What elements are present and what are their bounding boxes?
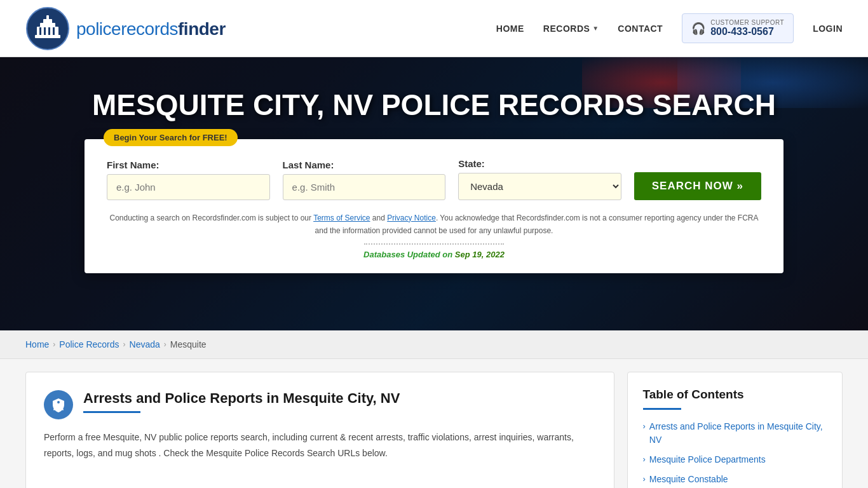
breadcrumb-home[interactable]: Home	[25, 339, 49, 349]
db-updated-date: Sep 19, 2022	[455, 250, 505, 259]
toc-item-2: › Mesquite Police Departments	[643, 453, 827, 466]
state-select[interactable]: Nevada	[458, 173, 621, 200]
search-button[interactable]: SEARCH NOW »	[634, 172, 761, 200]
toc-arrow-1: ›	[643, 421, 646, 431]
nav: HOME RECORDS ▼ CONTACT 🎧 CUSTOMER SUPPOR…	[496, 13, 843, 43]
hero-content: MESQUITE CITY, NV POLICE RECORDS SEARCH …	[69, 89, 799, 273]
toc-arrow-3: ›	[643, 474, 646, 484]
svg-rect-8	[48, 27, 50, 35]
content-title-wrap: Arrests and Police Reports in Mesquite C…	[83, 390, 400, 413]
db-updated-prefix: Databases Updated on	[363, 250, 452, 259]
free-badge: Begin Your Search for FREE!	[104, 129, 238, 146]
first-name-input[interactable]	[107, 174, 270, 200]
logo-text: policerecordsfinder	[76, 18, 226, 39]
toc-arrow-2: ›	[643, 454, 646, 464]
content-header: Arrests and Police Reports in Mesquite C…	[44, 390, 596, 419]
breadcrumb-sep-3: ›	[164, 340, 166, 349]
headset-icon: 🎧	[691, 22, 705, 36]
content-title: Arrests and Police Reports in Mesquite C…	[83, 390, 400, 407]
last-name-label: Last Name:	[283, 159, 446, 170]
privacy-link[interactable]: Privacy Notice	[387, 214, 436, 222]
records-chevron-icon: ▼	[592, 25, 599, 32]
breadcrumb-police-records[interactable]: Police Records	[59, 339, 119, 349]
svg-rect-7	[44, 27, 46, 35]
toc-item-1: › Arrests and Police Reports in Mesquite…	[643, 420, 827, 447]
svg-rect-5	[46, 15, 49, 20]
sidebar-title: Table of Contents	[643, 388, 827, 402]
header: policerecordsfinder HOME RECORDS ▼ CONTA…	[0, 0, 868, 57]
nav-records-wrap[interactable]: RECORDS ▼	[543, 24, 599, 34]
state-group: State: Nevada	[458, 158, 621, 200]
nav-home[interactable]: HOME	[496, 24, 524, 34]
nav-contact[interactable]: CONTACT	[618, 24, 663, 34]
content-card: Arrests and Police Reports in Mesquite C…	[25, 372, 614, 488]
search-form-row: First Name: Last Name: State: Nevada SEA…	[107, 158, 761, 200]
customer-support[interactable]: 🎧 CUSTOMER SUPPORT 800-433-0567	[682, 13, 794, 43]
first-name-label: First Name:	[107, 159, 270, 170]
logo-area: policerecordsfinder	[25, 6, 226, 51]
db-updated: Databases Updated on Sep 19, 2022	[107, 250, 761, 259]
state-label: State:	[458, 158, 621, 169]
toc-link-2[interactable]: Mesquite Police Departments	[649, 453, 766, 466]
content-body: Perform a free Mesquite, NV public polic…	[44, 430, 596, 461]
sidebar-underline	[643, 408, 681, 410]
nav-login[interactable]: LOGIN	[813, 24, 843, 34]
toc-item-3: › Mesquite Constable	[643, 473, 827, 486]
shield-badge-icon	[51, 397, 66, 412]
title-underline	[83, 411, 140, 413]
toc-link-1[interactable]: Arrests and Police Reports in Mesquite C…	[649, 420, 827, 447]
breadcrumb-current: Mesquite	[170, 339, 207, 349]
last-name-group: Last Name:	[283, 159, 446, 200]
breadcrumb-sep-1: ›	[53, 340, 55, 349]
last-name-input[interactable]	[283, 174, 446, 200]
terms-link[interactable]: Terms of Service	[313, 214, 370, 222]
disclaimer-text: Conducting a search on Recordsfinder.com…	[107, 212, 761, 238]
support-text: CUSTOMER SUPPORT 800-433-0567	[710, 19, 784, 37]
breadcrumb-nevada[interactable]: Nevada	[130, 339, 160, 349]
sidebar-card: Table of Contents › Arrests and Police R…	[627, 372, 843, 488]
divider	[364, 243, 504, 245]
badge-icon	[44, 390, 73, 419]
logo-text-wrap: policerecordsfinder	[76, 18, 226, 39]
hero-title: MESQUITE CITY, NV POLICE RECORDS SEARCH	[69, 89, 799, 121]
svg-rect-6	[39, 27, 41, 35]
breadcrumb: Home › Police Records › Nevada › Mesquit…	[0, 330, 868, 359]
first-name-group: First Name:	[107, 159, 270, 200]
main-content: Arrests and Police Reports in Mesquite C…	[0, 359, 868, 488]
svg-rect-9	[53, 27, 55, 35]
support-number[interactable]: 800-433-0567	[710, 26, 784, 37]
nav-records[interactable]: RECORDS	[543, 24, 590, 34]
toc-link-3[interactable]: Mesquite Constable	[649, 473, 728, 486]
search-card: Begin Your Search for FREE! First Name: …	[85, 139, 783, 274]
hero-section: MESQUITE CITY, NV POLICE RECORDS SEARCH …	[0, 57, 868, 330]
breadcrumb-sep-2: ›	[123, 340, 126, 349]
logo-icon	[25, 6, 70, 51]
support-label: CUSTOMER SUPPORT	[710, 19, 784, 26]
